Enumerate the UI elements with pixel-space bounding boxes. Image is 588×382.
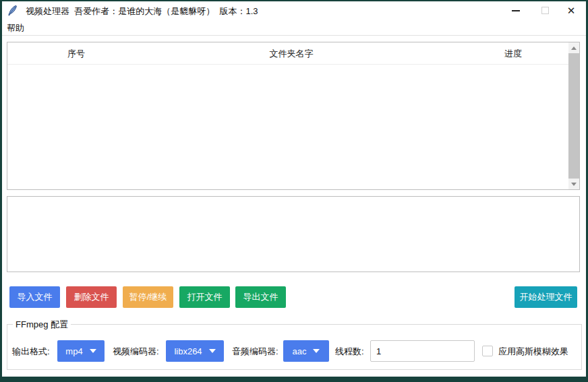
delete-files-button[interactable]: 删除文件	[66, 286, 117, 308]
chevron-down-icon	[313, 349, 320, 353]
output-format-dropdown[interactable]: mp4	[57, 340, 105, 362]
menubar: 帮助	[2, 20, 586, 36]
window-border-left	[0, 0, 2, 382]
feather-app-icon	[7, 5, 18, 16]
audio-encoder-dropdown[interactable]: aac	[283, 340, 329, 362]
app-window: 视频处理器 吾爱作者：是谁的大海（是貔貅呀） 版本：1.3 ✕ 帮助 序号 文件…	[0, 0, 588, 382]
chevron-down-icon	[209, 349, 216, 353]
maximize-button[interactable]	[531, 1, 558, 20]
vertical-scrollbar[interactable]	[568, 42, 579, 189]
video-encoder-value: libx264	[174, 346, 202, 356]
window-border-bottom	[0, 377, 588, 382]
triangle-down-icon	[571, 183, 577, 186]
scrollbar-thumb[interactable]	[568, 53, 579, 179]
log-panel[interactable]	[7, 196, 580, 272]
titlebar: 视频处理器 吾爱作者：是谁的大海（是貔貅呀） 版本：1.3 ✕	[2, 1, 586, 20]
menu-item-help[interactable]: 帮助	[2, 20, 29, 37]
start-processing-button[interactable]: 开始处理文件	[514, 286, 577, 308]
import-files-button[interactable]: 导入文件	[9, 286, 60, 308]
column-header-index[interactable]: 序号	[42, 48, 110, 60]
open-files-button[interactable]: 打开文件	[179, 286, 230, 308]
gaussian-blur-checkbox[interactable]	[482, 346, 493, 356]
audio-encoder-value: aac	[293, 346, 307, 356]
video-encoder-dropdown[interactable]: libx264	[166, 340, 224, 362]
threads-input[interactable]	[370, 340, 475, 362]
maximize-icon	[541, 7, 549, 14]
minimize-icon	[512, 10, 520, 11]
close-button[interactable]: ✕	[558, 1, 585, 20]
file-table[interactable]: 序号 文件夹名字 进度	[7, 42, 580, 190]
table-header: 序号 文件夹名字 进度	[7, 42, 579, 65]
gaussian-blur-label: 应用高斯模糊效果	[498, 346, 568, 358]
chevron-down-icon	[90, 349, 96, 353]
audio-encoder-label: 音频编码器:	[232, 346, 278, 358]
video-encoder-label: 视频编码器:	[113, 346, 159, 358]
close-icon: ✕	[567, 5, 576, 15]
threads-label: 线程数:	[335, 346, 364, 358]
column-header-progress[interactable]: 进度	[483, 48, 543, 60]
group-legend: FFmpeg 配置	[13, 319, 71, 331]
output-format-value: mp4	[65, 346, 82, 356]
output-format-label: 输出格式:	[12, 346, 50, 358]
table-body[interactable]	[7, 65, 568, 189]
column-header-folder[interactable]: 文件夹名字	[254, 48, 328, 60]
window-border-top	[0, 0, 588, 1]
pause-resume-button[interactable]: 暂停/继续	[123, 286, 173, 308]
window-title: 视频处理器 吾爱作者：是谁的大海（是貔貅呀） 版本：1.3	[26, 5, 258, 18]
minimize-button[interactable]	[502, 1, 529, 20]
scroll-up-button[interactable]	[568, 42, 579, 53]
triangle-up-icon	[571, 46, 577, 50]
export-files-button[interactable]: 导出文件	[235, 286, 286, 308]
scroll-down-button[interactable]	[568, 179, 579, 189]
